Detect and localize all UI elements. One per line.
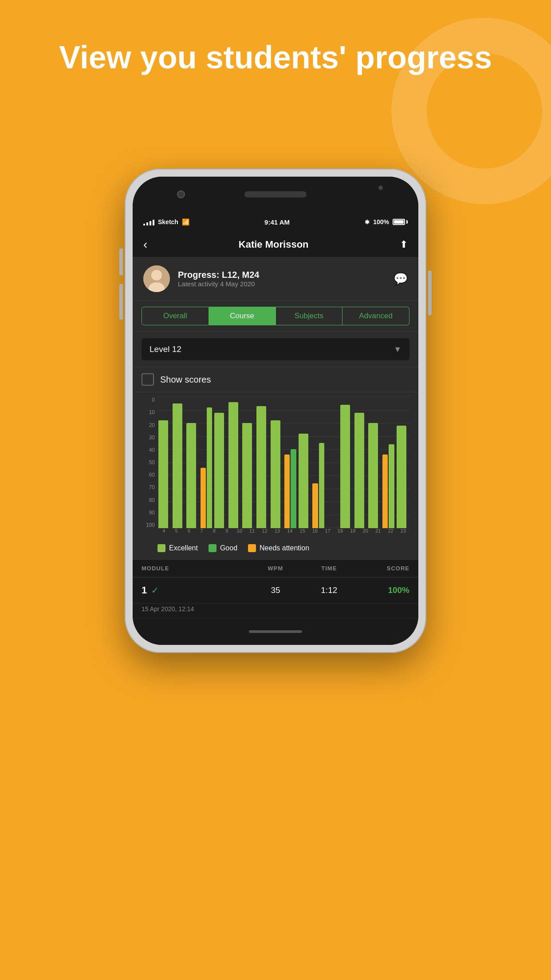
volume-down-button[interactable] (119, 284, 123, 320)
x-label-4: 4 (158, 528, 169, 533)
legend-attention: Needs attention (248, 544, 309, 552)
page-title: View you students' progress (0, 40, 551, 75)
home-indicator[interactable] (249, 630, 302, 633)
bar-excellent-17 (397, 426, 406, 528)
table-section: MODULE WPM TIME SCORE 1 ✓ 35 1:12 100% (133, 560, 418, 618)
signal-strength (143, 218, 154, 225)
x-label-21: 21 (373, 528, 383, 533)
bar-good-9 (291, 449, 296, 528)
legend-good: Good (209, 544, 237, 552)
nav-title: Katie Morisson (239, 239, 309, 250)
x-label-15: 15 (297, 528, 307, 533)
chat-icon[interactable]: 💬 (394, 272, 408, 286)
dropdown-value: Level 12 (150, 344, 181, 354)
battery-percent: 100% (373, 218, 389, 225)
battery-icon (393, 219, 408, 225)
x-label-12: 12 (259, 528, 270, 533)
legend-dot-attention (248, 544, 256, 552)
bar-group-13 (340, 405, 353, 528)
x-label-11: 11 (247, 528, 257, 533)
status-left: Sketch 📶 (143, 218, 189, 225)
back-button[interactable]: ‹ (143, 237, 147, 252)
y-label-90: 90 (142, 510, 157, 516)
bar-group-15 (368, 423, 381, 528)
bar-attention-3 (201, 468, 206, 528)
tab-advanced[interactable]: Advanced (342, 307, 409, 325)
profile-left: Progress: L12, M24 Latest activity 4 May… (143, 265, 259, 292)
bar-excellent-14 (354, 413, 364, 528)
bar-group-2 (186, 423, 199, 528)
bar-excellent-13 (340, 405, 350, 528)
bar1 (143, 224, 145, 225)
chevron-down-icon: ▼ (394, 345, 401, 354)
avatar-image (143, 265, 170, 292)
phone-top-notch (133, 177, 418, 212)
bar-excellent-7 (256, 406, 266, 528)
bar-excellent-5 (228, 402, 238, 528)
chart-section: 100 90 80 70 60 50 40 30 20 10 0 (133, 392, 418, 539)
x-label-7: 7 (196, 528, 207, 533)
share-button[interactable]: ⬆ (400, 239, 408, 250)
progress-title: Progress: L12, M24 (178, 270, 259, 280)
legend-excellent: Excellent (157, 544, 198, 552)
y-label-10: 10 (142, 409, 157, 415)
y-label-40: 40 (142, 447, 157, 453)
bar-excellent-2 (186, 423, 196, 528)
y-label-50: 50 (142, 459, 157, 466)
x-label-14: 14 (284, 528, 295, 533)
y-label-20: 20 (142, 422, 157, 428)
x-label-16: 16 (310, 528, 320, 533)
col-score-value: 100% (356, 585, 409, 595)
tab-subjects[interactable]: Subjects (276, 307, 343, 325)
x-label-22: 22 (385, 528, 396, 533)
bar-excellent-3 (207, 407, 212, 528)
bar-group-17 (397, 426, 409, 528)
x-label-23: 23 (398, 528, 409, 533)
col-time-value: 1:12 (302, 585, 356, 595)
x-label-6: 6 (184, 528, 194, 533)
level-dropdown[interactable]: Level 12 ▼ (142, 338, 409, 360)
x-label-19: 19 (347, 528, 358, 533)
x-label-5: 5 (171, 528, 181, 533)
front-camera (177, 190, 185, 198)
power-button[interactable] (428, 271, 432, 315)
col-wpm-value: 35 (249, 585, 303, 595)
bar3 (150, 221, 151, 225)
legend-label-good: Good (220, 544, 237, 552)
tab-overall[interactable]: Overall (142, 307, 209, 325)
col-header-wpm: WPM (249, 565, 303, 572)
x-label-9: 9 (221, 528, 232, 533)
bar-excellent-8 (271, 420, 280, 528)
bar2 (146, 222, 148, 225)
sensor-dot (378, 186, 383, 190)
x-label-8: 8 (209, 528, 220, 533)
y-label-70: 70 (142, 484, 157, 490)
legend-label-attention: Needs attention (260, 544, 309, 552)
bar-group-6 (242, 423, 255, 528)
carrier-name: Sketch (158, 218, 178, 225)
bar-group-7 (256, 406, 269, 528)
bar-group-14 (354, 413, 367, 528)
wifi-icon: 📶 (182, 218, 189, 225)
phone-inner: Sketch 📶 9:41 AM ✱ 100% ‹ (133, 177, 418, 645)
table-header: MODULE WPM TIME SCORE (133, 560, 418, 577)
show-scores-checkbox[interactable] (142, 373, 154, 386)
tab-course[interactable]: Course (209, 307, 276, 325)
bar-excellent-15 (368, 423, 378, 528)
phone-bottom-bar (133, 618, 418, 645)
bar-attention-11 (312, 483, 318, 528)
bar-excellent-16 (389, 444, 394, 528)
bar-excellent-10 (299, 434, 308, 528)
bar-excellent-0 (158, 420, 168, 528)
legend-dot-excellent (157, 544, 165, 552)
nav-bar: ‹ Katie Morisson ⬆ (133, 232, 418, 257)
col-header-module: MODULE (142, 565, 249, 572)
volume-up-button[interactable] (119, 249, 123, 275)
module-number: 1 (142, 585, 147, 596)
svg-point-1 (151, 270, 162, 281)
bars-wrapper (157, 397, 409, 528)
y-label-30: 30 (142, 435, 157, 441)
tab-bar: Overall Course Subjects Advanced (133, 300, 418, 332)
bar-excellent-1 (173, 403, 182, 528)
table-row[interactable]: 1 ✓ 35 1:12 100% (133, 577, 418, 604)
